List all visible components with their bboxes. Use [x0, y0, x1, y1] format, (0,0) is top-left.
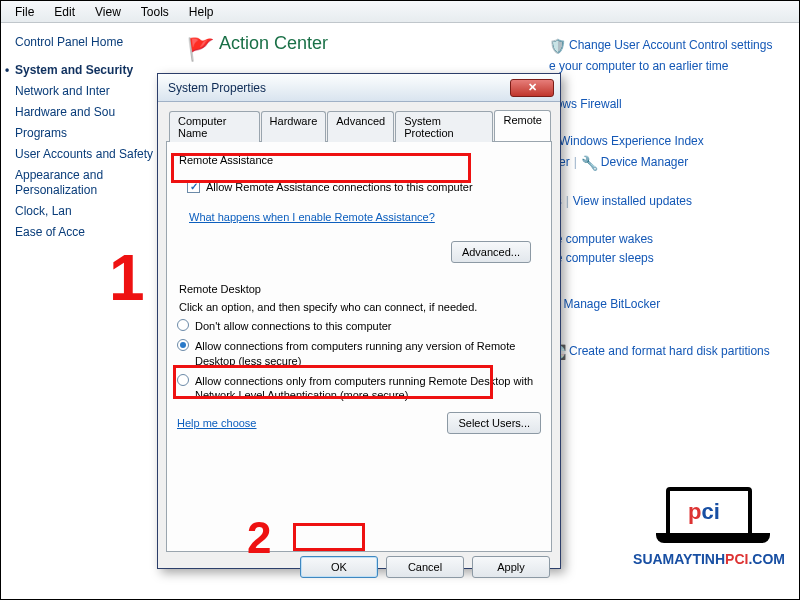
watermark-text-2: PCI — [725, 551, 748, 567]
tab-advanced[interactable]: Advanced — [327, 111, 394, 142]
label-allow-any: Allow connections from computers running… — [195, 339, 541, 368]
sidebar-item-clock[interactable]: Clock, Lan — [15, 204, 175, 219]
link-partitions[interactable]: Create and format hard disk partitions — [569, 344, 770, 360]
select-users-button[interactable]: Select Users... — [447, 412, 541, 434]
link-restore[interactable]: e your computer to an earlier time — [549, 59, 728, 75]
sidebar-item-system-security[interactable]: System and Security — [15, 63, 175, 78]
ok-button[interactable]: OK — [300, 556, 378, 578]
link-uac[interactable]: Change User Account Control settings — [569, 38, 772, 54]
link-updates[interactable]: View installed updates — [573, 194, 692, 210]
right-link-column: 🛡️Change User Account Control settings e… — [549, 33, 785, 365]
radio-allow-any[interactable] — [177, 339, 189, 351]
link-help-choose[interactable]: Help me choose — [177, 417, 257, 429]
link-what-happens[interactable]: What happens when I enable Remote Assist… — [189, 211, 435, 223]
checkbox-allow-remote-assistance[interactable] — [187, 180, 200, 193]
label-allow-remote-assistance: Allow Remote Assistance connections to t… — [206, 181, 473, 193]
label-allow-nla: Allow connections only from computers ru… — [195, 374, 541, 403]
close-button[interactable]: ✕ — [510, 79, 554, 97]
tab-computer-name[interactable]: Computer Name — [169, 111, 260, 142]
sidebar-item-user-accounts[interactable]: User Accounts and Safety — [15, 147, 175, 162]
annotation-number-1: 1 — [109, 241, 145, 315]
menu-help[interactable]: Help — [179, 3, 224, 21]
radio-allow-nla[interactable] — [177, 374, 189, 386]
link-wei[interactable]: e Windows Experience Index — [549, 134, 704, 150]
menu-edit[interactable]: Edit — [44, 3, 85, 21]
menu-file[interactable]: File — [5, 3, 44, 21]
link-sleeps[interactable]: he computer sleeps — [549, 251, 654, 267]
sidebar-item-hardware[interactable]: Hardware and Sou — [15, 105, 175, 120]
remote-desktop-desc: Click an option, and then specify who ca… — [179, 301, 539, 313]
tab-remote[interactable]: Remote — [494, 110, 551, 141]
group-remote-assistance: Remote Assistance — [179, 154, 541, 166]
shield-icon: 🛡️ — [549, 37, 565, 55]
tab-system-protection[interactable]: System Protection — [395, 111, 493, 142]
control-panel-sidebar: Control Panel Home System and Security N… — [1, 23, 179, 600]
sidebar-item-ease[interactable]: Ease of Acce — [15, 225, 175, 240]
device-icon: 🔧 — [581, 154, 597, 172]
sidebar-item-network[interactable]: Network and Inter — [15, 84, 175, 99]
menu-tools[interactable]: Tools — [131, 3, 179, 21]
tab-hardware[interactable]: Hardware — [261, 111, 327, 142]
sidebar-item-programs[interactable]: Programs — [15, 126, 175, 141]
dialog-title: System Properties — [168, 81, 266, 95]
link-device-manager[interactable]: Device Manager — [601, 155, 688, 171]
link-wakes[interactable]: he computer wakes — [549, 232, 653, 248]
cancel-button[interactable]: Cancel — [386, 556, 464, 578]
menu-bar: File Edit View Tools Help — [1, 1, 799, 23]
watermark-logo: pci SUAMAYTINHPCI.COM — [633, 487, 785, 567]
label-dont-allow: Don't allow connections to this computer — [195, 319, 392, 333]
system-properties-dialog: System Properties ✕ Computer Name Hardwa… — [157, 73, 561, 569]
tab-strip: Computer Name Hardware Advanced System P… — [166, 110, 552, 142]
apply-button[interactable]: Apply — [472, 556, 550, 578]
annotation-number-2: 2 — [247, 513, 271, 563]
radio-dont-allow[interactable] — [177, 319, 189, 331]
group-remote-desktop: Remote Desktop — [179, 283, 541, 295]
watermark-text-1: SUAMAYTINH — [633, 551, 725, 567]
menu-view[interactable]: View — [85, 3, 131, 21]
watermark-text-3: .COM — [748, 551, 785, 567]
control-panel-home-link[interactable]: Control Panel Home — [15, 35, 175, 49]
advanced-button[interactable]: Advanced... — [451, 241, 531, 263]
link-bitlocker[interactable]: Manage BitLocker — [563, 297, 660, 313]
flag-icon: 🚩 — [187, 37, 214, 63]
sidebar-item-appearance[interactable]: Appearance and Personalization — [15, 168, 175, 198]
